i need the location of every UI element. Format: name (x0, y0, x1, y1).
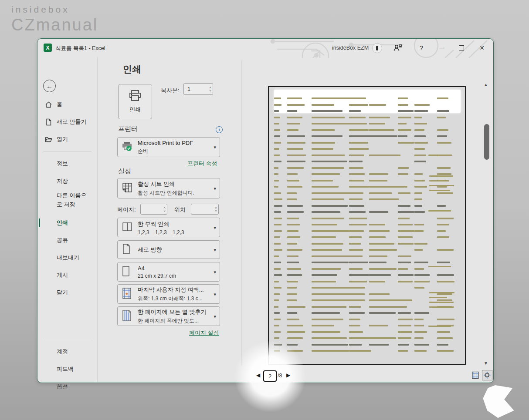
scroll-down-icon[interactable]: ▼ (484, 361, 488, 366)
chevron-down-icon: ▾ (214, 291, 216, 297)
scaling-label: 한 페이지에 모든 열 맞추기 (138, 308, 206, 316)
spin-down-icon[interactable]: ˅ (215, 209, 217, 212)
scaling-selector[interactable]: 한 페이지에 모든 열 맞추기 한 페이지의 폭에만 맞도... ▾ (117, 306, 220, 326)
sidebar-item-label: 공유 (57, 237, 68, 243)
site-watermark: insidebox CZmanual (11, 4, 98, 34)
spin-down-icon[interactable]: ˅ (209, 89, 211, 92)
sidebar-item-home[interactable]: 홈 (37, 98, 97, 111)
help-button[interactable]: ? (415, 42, 428, 54)
pages-from-stepper[interactable]: ˄ ˅ (140, 204, 167, 215)
sidebar-item-open[interactable]: 열기 (37, 133, 97, 145)
margins-selector[interactable]: ★ 마지막 사용자 지정 여백... 위쪽: 1.3 cm 아래쪽: 1.3 c… (117, 284, 220, 304)
sidebar-item-label: 피드백 (57, 366, 74, 372)
info-icon[interactable]: i (216, 126, 223, 133)
maximize-button[interactable] (455, 42, 468, 54)
home-icon (45, 101, 52, 108)
sidebar-item-label: 열기 (57, 136, 68, 142)
panel-divider (241, 60, 242, 365)
sidebar-item-label: 홈 (57, 101, 62, 108)
scroll-up-icon[interactable]: ▲ (484, 82, 488, 87)
close-button[interactable]: ✕ (475, 42, 488, 54)
preview-toolbar (471, 370, 492, 380)
printer-selector[interactable]: Microsoft Print to PDF 준비 ▾ (117, 137, 220, 157)
sidebar-item-new[interactable]: 새로 만들기 (37, 116, 97, 128)
preview-scrollbar-thumb[interactable] (484, 124, 489, 160)
print-what-selector[interactable]: 활성 시트 인쇄 활성 시트만 인쇄합니다. ▾ (117, 178, 220, 198)
sidebar-item-label: 계정 (57, 348, 68, 355)
stepper-arrows[interactable]: ˄ ˅ (209, 84, 211, 94)
printer-properties-link[interactable]: 프린터 속성 (187, 160, 217, 168)
sidebar-item-label: 다른 이름으로 저장 (57, 192, 87, 208)
paper-size-label: A4 (138, 265, 176, 272)
sidebar-item-options[interactable]: 옵션 (37, 380, 97, 393)
preview-table (269, 87, 465, 364)
account-avatar[interactable] (372, 43, 382, 53)
screenshot-stage: insidebox CZmanual X 식료품 목록1 - Excel (0, 0, 529, 420)
pages-label: 페이지: (117, 206, 136, 214)
watermark-top: insidebox (11, 4, 98, 15)
sidebar-item-share[interactable]: 공유 (37, 234, 97, 246)
collation-selector[interactable]: 한 부씩 인쇄 1,2,3 1,2,3 1,2,3 ▾ (117, 218, 220, 237)
show-margins-toggle[interactable] (471, 370, 480, 380)
print-button[interactable]: 인쇄 (118, 84, 152, 119)
sidebar-item-account[interactable]: 계정 (37, 346, 97, 358)
sidebar-item-label: 저장 (57, 178, 68, 184)
sidebar-item-label: 정보 (57, 160, 68, 167)
avatar-glyph (376, 46, 378, 50)
print-what-sublabel: 활성 시트만 인쇄합니다. (138, 189, 194, 197)
svg-text:★: ★ (125, 291, 129, 296)
copies-label: 복사본: (161, 87, 180, 94)
spin-down-icon[interactable]: ˅ (163, 209, 166, 212)
sidebar-item-label: 인쇄 (57, 219, 68, 226)
sidebar-item-feedback[interactable]: 피드백 (37, 363, 97, 375)
chevron-down-icon: ▾ (214, 185, 216, 191)
portrait-page-icon (122, 243, 131, 256)
back-button[interactable]: ← (43, 80, 56, 92)
printer-device-icon (122, 141, 133, 153)
sidebar-item-print[interactable]: 인쇄 (37, 217, 97, 229)
stepper-arrows[interactable]: ˄ ˅ (163, 204, 166, 214)
sidebar-item-publish[interactable]: 게시 (37, 269, 97, 281)
page-total-label: /8 (278, 373, 282, 379)
open-folder-icon (45, 135, 52, 143)
current-page-value: 2 (268, 373, 271, 380)
margins-sublabel: 위쪽: 1.3 cm 아래쪽: 1.3 c... (138, 295, 204, 302)
preview-page (268, 86, 466, 365)
title-bar: X 식료품 목록1 - Excel insideBox EZM ? ─ ✕ (37, 39, 493, 57)
settings-section-title: 설정 (118, 167, 131, 175)
current-page-input[interactable]: 2 (263, 370, 277, 382)
sidebar-item-save[interactable]: 저장 (37, 175, 97, 187)
page-title: 인쇄 (123, 63, 141, 75)
hexagon-logo (482, 383, 517, 419)
sidebar-item-info[interactable]: 정보 (37, 158, 97, 170)
watermark-bottom: CZmanual (11, 16, 98, 34)
sidebar-item-close[interactable]: 닫기 (37, 286, 97, 299)
margins-icon: ★ (122, 287, 132, 301)
minimize-button[interactable]: ─ (435, 42, 448, 54)
chevron-down-icon: ▾ (214, 247, 216, 252)
share-icon[interactable] (391, 42, 404, 54)
pages-to-stepper[interactable]: ˄ ˅ (191, 204, 219, 215)
excel-window: X 식료품 목록1 - Excel insideBox EZM ? ─ ✕ ← (37, 38, 494, 383)
sidebar-item-label: 새로 만들기 (57, 118, 87, 125)
pages-to-label: 위치 (174, 206, 186, 214)
document-title: 식료품 목록1 - Excel (55, 45, 105, 52)
paper-size-selector[interactable]: A4 21 cm x 29.7 cm ▾ (117, 262, 220, 282)
sidebar-item-save-as[interactable]: 다른 이름으로 저장 (37, 190, 92, 210)
paper-size-icon (122, 265, 130, 279)
sidebar-item-export[interactable]: 내보내기 (37, 252, 97, 264)
orientation-selector[interactable]: 세로 방향 ▾ (117, 240, 220, 259)
sidebar-item-label: 옵션 (57, 383, 68, 390)
page-setup-link[interactable]: 페이지 설정 (189, 329, 219, 337)
sidebar-item-label: 닫기 (57, 289, 68, 296)
excel-app-icon: X (44, 44, 52, 52)
previous-page-button[interactable]: ◀ (256, 372, 260, 378)
zoom-to-page-toggle[interactable] (482, 370, 492, 380)
next-page-button[interactable]: ▶ (286, 372, 290, 378)
stepper-arrows[interactable]: ˄ ˅ (215, 204, 217, 214)
brand-badge: insideBox EZM (332, 45, 369, 51)
printer-status: 준비 (138, 148, 193, 155)
paper-size-sublabel: 21 cm x 29.7 cm (138, 273, 176, 279)
copies-stepper[interactable]: 1 ˄ ˅ (183, 83, 213, 95)
printer-name: Microsoft Print to PDF (138, 140, 193, 146)
